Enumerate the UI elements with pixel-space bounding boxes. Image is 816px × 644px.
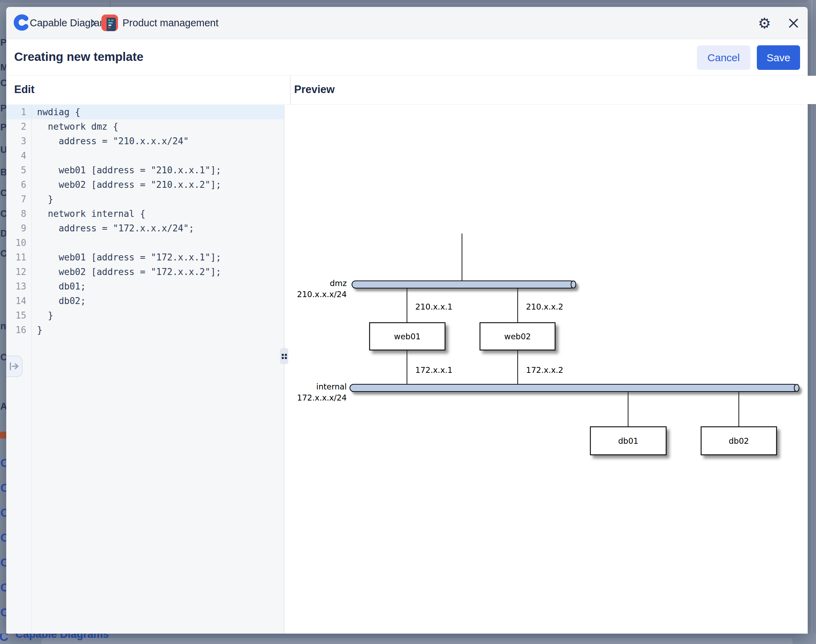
network-address-label: 210.x.x.x/24 (297, 290, 347, 299)
nwdiag-preview-diagram: 210.x.x.1210.x.x.2172.x.x.1172.x.x.2dmz2… (284, 105, 808, 633)
network-name-label: dmz (330, 279, 347, 288)
code-text: } (32, 308, 53, 323)
interface-address-label: 210.x.x.1 (415, 302, 453, 311)
code-text (32, 236, 37, 250)
preview-panel: 210.x.x.1210.x.x.2172.x.x.1172.x.x.2dmz2… (284, 105, 808, 633)
underlying-list-logo: C (0, 506, 6, 520)
code-text: nwdiag { (32, 105, 80, 119)
line-number: 7 (6, 192, 32, 207)
underlying-page-left-strip: PrMClPrPrUlByCaCaDrClniCrAPCCCCCCCC (0, 7, 6, 633)
template-editor-dialog: Capable Diagrams Product management ⚙ Cr… (6, 7, 808, 633)
open-panel-arrow-icon (9, 362, 19, 371)
interface-address-label: 172.x.x.2 (526, 366, 563, 374)
line-number: 6 (6, 178, 32, 192)
interface-address-label: 172.x.x.1 (415, 366, 453, 374)
save-button[interactable]: Save (757, 45, 800, 70)
breadcrumb-chevron-icon (90, 19, 96, 28)
node-label: db01 (618, 437, 638, 445)
line-number: 4 (6, 149, 32, 163)
breadcrumb-app-name[interactable]: Capable Diagrams (30, 7, 113, 39)
code-line[interactable]: 1nwdiag { (6, 105, 284, 119)
underlying-list-logo: C (0, 606, 6, 619)
line-number: 12 (6, 265, 32, 279)
underlying-text-fragment: Ca (0, 209, 6, 219)
underlying-list-logo: C (0, 581, 6, 594)
dialog-header: Capable Diagrams Product management ⚙ (6, 7, 808, 39)
code-line[interactable]: 2 network dmz { (6, 119, 284, 134)
code-editor[interactable]: 1nwdiag {2 network dmz {3 address = "210… (6, 105, 284, 633)
underlying-text-fragment: ni (0, 321, 6, 332)
dialog-body: 1nwdiag {2 network dmz {3 address = "210… (6, 105, 808, 633)
code-text: network dmz { (32, 119, 118, 134)
underlying-text-fragment: Cl (0, 78, 6, 89)
code-line[interactable]: 10 (6, 236, 284, 250)
line-number: 8 (6, 207, 32, 221)
gutter-remainder (6, 337, 32, 633)
underlying-text-fragment: Pr (0, 37, 6, 48)
underlying-page-topbar (0, 0, 816, 7)
expand-panel-button[interactable] (6, 356, 23, 377)
dialog-title: Creating new template (14, 40, 143, 75)
preview-panel-label: Preview (294, 76, 816, 104)
code-text: } (32, 192, 53, 207)
code-text: web01 [address = "210.x.x.1"]; (32, 163, 221, 178)
breadcrumb-page-name[interactable]: Product management (123, 7, 218, 39)
cancel-button[interactable]: Cancel (697, 45, 750, 70)
code-line[interactable]: 4 (6, 149, 284, 163)
drag-dots-icon (282, 354, 287, 359)
code-line[interactable]: 12 web02 [address = "172.x.x.2"]; (6, 265, 284, 279)
underlying-text-fragment: Pr (0, 122, 6, 133)
code-line[interactable]: 5 web01 [address = "210.x.x.1"]; (6, 163, 284, 178)
line-number: 5 (6, 163, 32, 178)
code-line[interactable]: 8 network internal { (6, 207, 284, 221)
capable-diagrams-logo-icon (13, 14, 31, 31)
underlying-topbar-divider (110, 0, 111, 7)
underlying-page-bottom-strip: C Capable Diagrams (0, 633, 816, 644)
code-text (32, 149, 37, 163)
settings-gear-icon[interactable]: ⚙ (756, 15, 772, 31)
code-text: address = "172.x.x.x/24"; (32, 221, 194, 236)
dialog-titlebar: Creating new template Cancel Save (6, 40, 808, 75)
network-address-label: 172.x.x.x/24 (297, 393, 347, 402)
node-label: web02 (504, 332, 531, 341)
code-line[interactable]: 9 address = "172.x.x.x/24"; (6, 221, 284, 236)
panel-headers: Edit Preview (6, 76, 808, 104)
underlying-brand-text: Capable Diagrams (15, 633, 109, 641)
underlying-list-logo: C (0, 630, 6, 633)
splitter-drag-handle[interactable] (280, 348, 288, 364)
code-line[interactable]: 11 web01 [address = "172.x.x.1"]; (6, 250, 284, 265)
underlying-brand-logo: C (0, 633, 8, 644)
line-number: 16 (6, 323, 32, 337)
underlying-orange-icon (0, 432, 6, 439)
underlying-text-fragment: Ul (0, 144, 6, 155)
line-number: 13 (6, 279, 32, 294)
line-number: 1 (6, 105, 32, 119)
code-line[interactable]: 15 } (6, 308, 284, 323)
network-bar-dmz (352, 281, 576, 288)
network-bar-internal (350, 384, 799, 391)
line-number: 10 (6, 236, 32, 250)
underlying-list-logo: C (0, 531, 6, 544)
node-label: web01 (394, 332, 421, 341)
underlying-text-fragment: By (0, 167, 6, 178)
code-line[interactable]: 7 } (6, 192, 284, 207)
code-line[interactable]: 14 db02; (6, 294, 284, 308)
code-text: db02; (32, 294, 86, 308)
line-number: 14 (6, 294, 32, 308)
network-name-label: internal (316, 382, 347, 391)
code-text: web02 [address = "172.x.x.2"]; (32, 265, 221, 279)
interface-address-label: 210.x.x.2 (526, 302, 563, 311)
code-text: web01 [address = "172.x.x.1"]; (32, 250, 221, 265)
edit-panel-label: Edit (14, 76, 35, 104)
product-management-icon (101, 15, 118, 31)
code-line[interactable]: 3 address = "210.x.x.x/24" (6, 134, 284, 149)
node-label: db02 (729, 437, 749, 445)
code-line[interactable]: 16} (6, 323, 284, 337)
line-number: 15 (6, 308, 32, 323)
close-icon[interactable] (785, 15, 801, 31)
underlying-list-logo: C (0, 556, 6, 569)
code-line[interactable]: 6 web02 [address = "210.x.x.2"]; (6, 178, 284, 192)
code-text: } (32, 323, 43, 337)
code-line[interactable]: 13 db01; (6, 279, 284, 294)
line-number: 3 (6, 134, 32, 149)
